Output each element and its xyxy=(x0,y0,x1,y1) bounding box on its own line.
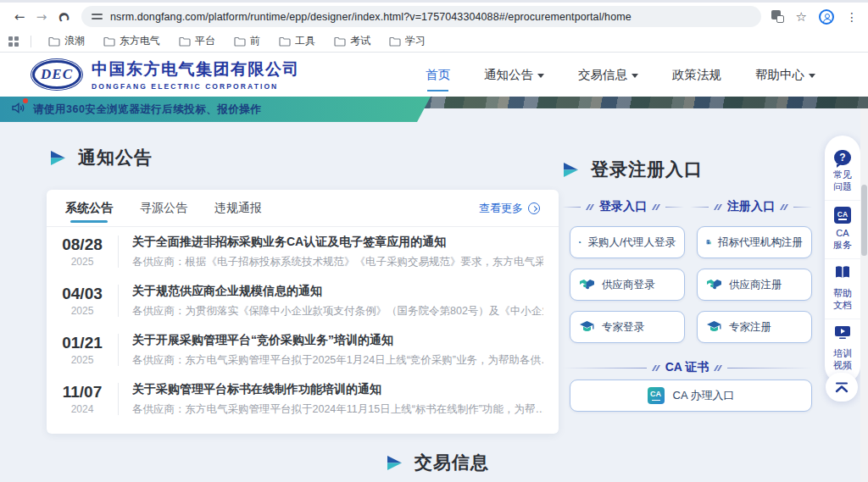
bookmark-folder[interactable]: 工具 xyxy=(272,34,322,48)
page-scrollbar-thumb[interactable] xyxy=(861,185,867,256)
quick-access-bar: ? 常见 问题 CA CA 服务 帮助 文档 培训 视频 xyxy=(825,136,860,384)
document-icon xyxy=(834,265,851,284)
notice-date: 04/03 xyxy=(55,285,109,303)
tab-violation-reports[interactable]: 违规通报 xyxy=(214,191,262,226)
site-settings-icon[interactable] xyxy=(92,11,103,22)
notification-dot xyxy=(23,98,28,103)
alert-text: 请使用360安全浏览器进行后续投标、报价操作 xyxy=(33,102,261,117)
reload-icon[interactable]: C xyxy=(54,4,73,29)
folder-icon xyxy=(48,36,60,47)
notices-section-heading: 通知公告 xyxy=(49,146,153,169)
training-video-quick-item[interactable]: 培训 视频 xyxy=(825,319,860,379)
browser-toolbar: ← → C nsrm.dongfang.com/platform/runtime… xyxy=(0,3,868,30)
bookmark-folder[interactable]: 浪潮 xyxy=(42,34,92,48)
expert-register-button[interactable]: 专家注册 xyxy=(697,311,812,343)
notice-list-item[interactable]: 11/07 2024 关于采购管理平台标书在线制作功能培训的通知 各供应商：东方… xyxy=(47,374,559,424)
notice-title[interactable]: 关于开展采购管理平台“竞价采购业务”培训的通知 xyxy=(132,333,543,348)
notice-desc: 各供应商：为贯彻落实《保障中小企业款项支付条例》（国务院令第802号）及《中小企… xyxy=(132,304,543,319)
apps-grid-icon[interactable] xyxy=(8,36,19,47)
section-arrow-icon xyxy=(562,163,580,177)
agency-register-button[interactable]: 招标代理机构注册 xyxy=(697,226,812,258)
tab-sourcing-notices[interactable]: 寻源公告 xyxy=(140,191,187,226)
nav-notices[interactable]: 通知公告 xyxy=(484,62,544,88)
forward-icon[interactable]: → xyxy=(31,9,53,25)
notice-desc: 各供应商：东方电气采购管理平台拟于2025年1月24日上线“竞价采购”业务，为帮… xyxy=(132,353,543,368)
bookmark-folder[interactable]: 东方电气 xyxy=(97,34,167,48)
url-text[interactable]: nsrm.dongfang.com/platform/runtime/epp/d… xyxy=(110,11,632,23)
nav-home[interactable]: 首页 xyxy=(426,62,450,88)
folder-icon xyxy=(103,36,115,47)
building-icon xyxy=(579,235,581,250)
address-bar[interactable]: nsrm.dongfang.com/platform/runtime/epp/d… xyxy=(81,6,761,27)
notice-date: 01/21 xyxy=(55,334,109,352)
ca-card-icon: CA xyxy=(834,207,851,224)
ca-badge-icon: CA xyxy=(648,387,665,404)
notices-card: 系统公告 寻源公告 违规通报 查看更多 08/28 2025 关于全面推进非招标… xyxy=(47,190,559,434)
buyer-agent-login-button[interactable]: 采购人/代理人登录 xyxy=(570,226,685,258)
handshake-icon xyxy=(706,278,722,291)
section-arrow-icon xyxy=(49,151,67,165)
notice-title[interactable]: 关于采购管理平台标书在线制作功能培训的通知 xyxy=(132,382,543,397)
notice-list-item[interactable]: 04/03 2025 关于规范供应商企业规模信息的通知 各供应商：为贯彻落实《保… xyxy=(47,276,559,325)
supplier-login-button[interactable]: 供应商登录 xyxy=(570,269,685,301)
expert-login-button[interactable]: 专家登录 xyxy=(570,311,685,343)
dec-logo-oval: DEC xyxy=(32,60,81,89)
ca-apply-button[interactable]: CA CA 办理入口 xyxy=(570,380,812,412)
login-group-label: 登录入口 xyxy=(562,199,684,214)
trade-info-section-heading: 交易信息 xyxy=(386,451,489,474)
bookmark-folder[interactable]: 平台 xyxy=(172,34,222,48)
company-name: 中国东方电气集团有限公司 xyxy=(92,58,300,80)
divider xyxy=(118,285,119,317)
supplier-register-button[interactable]: 供应商注册 xyxy=(697,269,812,301)
bookmark-folder[interactable]: 前 xyxy=(227,34,267,48)
company-logo[interactable]: DEC 中国东方电气集团有限公司 DONGFANG ELECTRIC CORPO… xyxy=(32,58,300,91)
notice-list-item[interactable]: 01/21 2025 关于开展采购管理平台“竞价采购业务”培训的通知 各供应商：… xyxy=(47,325,559,374)
portal-section-heading: 登录注册入口 xyxy=(562,158,703,181)
notice-title[interactable]: 关于规范供应商企业规模信息的通知 xyxy=(132,284,543,299)
section-arrow-icon xyxy=(386,456,403,470)
chevron-down-icon xyxy=(632,74,638,78)
graduation-cap-icon xyxy=(579,320,595,335)
collapse-to-top-button[interactable] xyxy=(826,373,858,402)
folder-icon xyxy=(389,36,401,47)
question-icon: ? xyxy=(834,150,851,165)
nav-trade-info[interactable]: 交易信息 xyxy=(578,62,638,88)
page-scrollbar-track[interactable] xyxy=(860,108,868,482)
notice-desc: 各供应商：东方电气采购管理平台拟于2024年11月15日上线“标书在线制作”功能… xyxy=(132,402,543,417)
circle-chevron-right-icon xyxy=(528,202,540,214)
nav-policies[interactable]: 政策法规 xyxy=(672,62,721,88)
speaker-icon xyxy=(12,102,25,117)
view-more-link[interactable]: 查看更多 xyxy=(479,201,540,216)
bookmark-folder[interactable]: 学习 xyxy=(382,34,432,48)
building-icon xyxy=(706,235,711,250)
portal-group-labels: 登录入口 注册入口 xyxy=(562,199,812,214)
ca-service-quick-item[interactable]: CA CA 服务 xyxy=(825,201,860,259)
divider xyxy=(118,383,119,415)
profile-avatar-icon[interactable] xyxy=(819,9,834,25)
collapse-up-icon xyxy=(834,382,849,393)
video-icon xyxy=(834,325,851,344)
register-group-label: 注册入口 xyxy=(690,199,812,214)
faq-quick-item[interactable]: ? 常见 问题 xyxy=(825,144,860,201)
translate-icon[interactable] xyxy=(771,10,784,23)
notice-list-item[interactable]: 08/28 2025 关于全面推进非招标采购业务CA认证及电子签章应用的通知 各… xyxy=(47,227,559,276)
tab-system-notices[interactable]: 系统公告 xyxy=(65,191,113,226)
nav-help-center[interactable]: 帮助中心 xyxy=(755,62,815,88)
divider xyxy=(118,235,119,268)
notice-year: 2025 xyxy=(55,256,109,268)
notice-desc: 各供应商：根据《电子招标投标系统技术规范》《电子采购交易规范》要求，东方电气采购… xyxy=(132,255,543,269)
back-icon[interactable]: ← xyxy=(8,9,31,25)
notice-title[interactable]: 关于全面推进非招标采购业务CA认证及电子签章应用的通知 xyxy=(132,235,543,250)
chevron-down-icon xyxy=(809,74,815,78)
handshake-icon xyxy=(579,278,595,291)
folder-icon xyxy=(179,36,191,47)
ca-group-label: CA 证书 xyxy=(562,360,812,375)
bookmark-star-icon[interactable]: ☆ xyxy=(796,9,807,25)
notices-tabs: 系统公告 寻源公告 违规通报 查看更多 xyxy=(47,190,559,227)
help-docs-quick-item[interactable]: 帮助 文档 xyxy=(825,259,860,319)
browser-menu-icon[interactable]: ⋮ xyxy=(846,10,858,24)
browser-notice-ribbon: 请使用360安全浏览器进行后续投标、报价操作 xyxy=(0,97,431,122)
site-header: DEC 中国东方电气集团有限公司 DONGFANG ELECTRIC CORPO… xyxy=(0,53,868,97)
bookmark-folder[interactable]: 考试 xyxy=(327,34,377,48)
notice-date: 11/07 xyxy=(55,383,109,402)
